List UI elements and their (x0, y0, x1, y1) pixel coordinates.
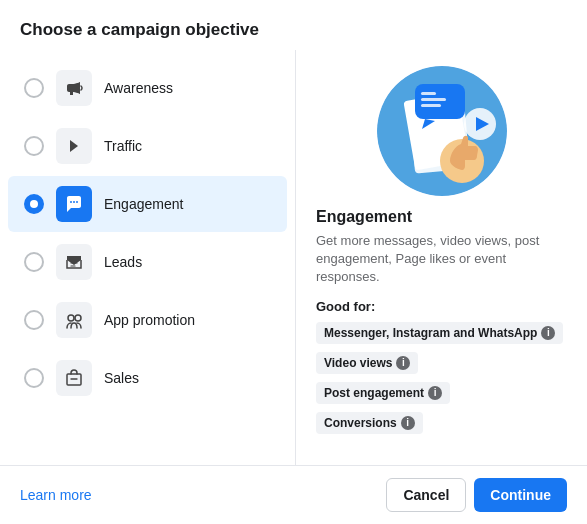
illustration (362, 66, 522, 196)
modal-title: Choose a campaign objective (20, 20, 567, 40)
svg-rect-10 (421, 92, 436, 95)
app-promotion-label: App promotion (104, 312, 195, 328)
continue-button[interactable]: Continue (474, 478, 567, 512)
objective-traffic[interactable]: Traffic (8, 118, 287, 174)
learn-more-link[interactable]: Learn more (20, 487, 92, 503)
leads-label: Leads (104, 254, 142, 270)
modal-header: Choose a campaign objective (0, 0, 587, 50)
tag-post-engagement: Post engagement i (316, 382, 450, 404)
app-promotion-icon (56, 302, 92, 338)
detail-panel: Engagement Get more messages, video view… (295, 50, 587, 465)
objective-app-promotion[interactable]: App promotion (8, 292, 287, 348)
detail-title: Engagement (316, 208, 567, 226)
tag-messenger: Messenger, Instagram and WhatsApp i (316, 322, 563, 344)
objective-awareness[interactable]: Awareness (8, 60, 287, 116)
awareness-icon (56, 70, 92, 106)
post-engagement-info-icon[interactable]: i (428, 386, 442, 400)
sales-label: Sales (104, 370, 139, 386)
tag-messenger-label: Messenger, Instagram and WhatsApp (324, 326, 537, 340)
sales-icon (56, 360, 92, 396)
traffic-label: Traffic (104, 138, 142, 154)
radio-leads (24, 252, 44, 272)
svg-rect-12 (421, 104, 441, 107)
engagement-illustration (377, 66, 507, 196)
engagement-label: Engagement (104, 196, 183, 212)
modal: Choose a campaign objective Awareness (0, 0, 587, 524)
good-for-label: Good for: (316, 299, 567, 314)
svg-rect-9 (415, 84, 465, 119)
tag-post-engagement-label: Post engagement (324, 386, 424, 400)
svg-point-4 (75, 315, 81, 321)
tag-conversions-label: Conversions (324, 416, 397, 430)
objective-engagement[interactable]: Engagement (8, 176, 287, 232)
tags-list: Messenger, Instagram and WhatsApp i Vide… (316, 322, 567, 440)
detail-description: Get more messages, video views, post eng… (316, 232, 567, 287)
radio-app-promotion (24, 310, 44, 330)
traffic-icon (56, 128, 92, 164)
tag-video-views-label: Video views (324, 356, 392, 370)
cancel-button[interactable]: Cancel (386, 478, 466, 512)
radio-sales (24, 368, 44, 388)
messenger-info-icon[interactable]: i (541, 326, 555, 340)
engagement-icon (56, 186, 92, 222)
conversions-info-icon[interactable]: i (401, 416, 415, 430)
leads-icon (56, 244, 92, 280)
objective-sales[interactable]: Sales (8, 350, 287, 406)
radio-awareness (24, 78, 44, 98)
tag-video-views: Video views i (316, 352, 418, 374)
svg-point-3 (68, 315, 74, 321)
radio-engagement (24, 194, 44, 214)
svg-point-2 (76, 201, 78, 203)
modal-footer: Learn more Cancel Continue (0, 465, 587, 524)
awareness-label: Awareness (104, 80, 173, 96)
svg-point-0 (70, 201, 72, 203)
tag-conversions: Conversions i (316, 412, 423, 434)
objectives-list: Awareness Traffic (0, 50, 295, 465)
svg-rect-11 (421, 98, 446, 101)
svg-point-1 (73, 201, 75, 203)
radio-traffic (24, 136, 44, 156)
footer-buttons: Cancel Continue (386, 478, 567, 512)
video-views-info-icon[interactable]: i (396, 356, 410, 370)
modal-body: Awareness Traffic (0, 50, 587, 465)
objective-leads[interactable]: Leads (8, 234, 287, 290)
